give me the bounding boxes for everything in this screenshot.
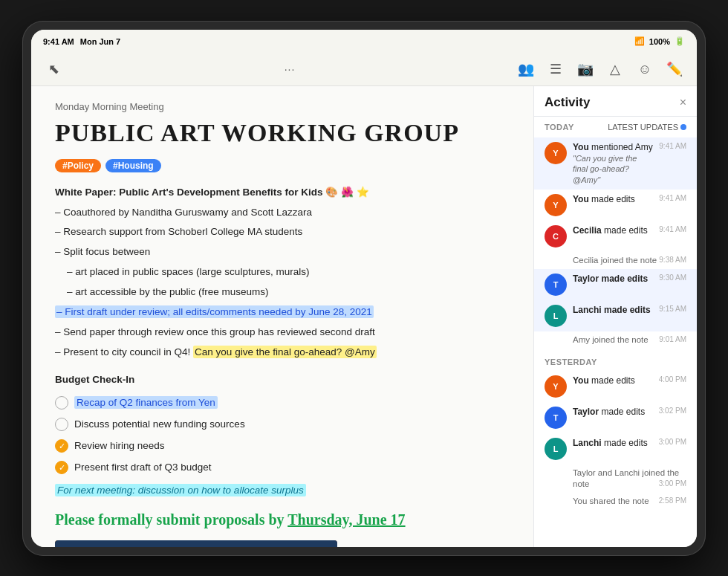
checklist-item-4: ✓ Present first draft of Q3 budget: [55, 459, 510, 476]
checklist-item-3: ✓ Review hiring needs: [55, 438, 510, 455]
close-button[interactable]: ×: [680, 96, 686, 109]
activity-item-cecilia-edits: C Cecilia made edits 9:41 AM: [534, 221, 697, 252]
activity-text-8: Lanchi made edits: [573, 438, 653, 450]
activity-item-you-yesterday: Y You made edits 4:00 PM: [534, 371, 697, 402]
mentioned-text: You mentioned Amy: [573, 142, 653, 154]
proposal-text: Please formally submit proposals by Thur…: [55, 511, 510, 528]
activity-item-mentioned: Y You mentioned Amy "Can you give the fi…: [534, 137, 697, 190]
cecilia-edits-time: 9:41 AM: [659, 225, 686, 233]
you-edits-text: You made edits: [573, 194, 653, 206]
activity-item-taylor: T Taylor made edits 9:30 AM: [534, 269, 697, 300]
tags-line: #Policy #Housing: [55, 159, 510, 172]
time: 9:41 AM: [43, 37, 74, 46]
checklist-icon[interactable]: ☰: [545, 59, 566, 80]
avatar-you-3: Y: [545, 375, 567, 398]
you-edits-yesterday-text: You made edits: [573, 375, 653, 387]
checklist-text-3: Review hiring needs: [74, 438, 165, 455]
collaborators-icon[interactable]: 👥: [516, 59, 536, 80]
first-draft: – First draft under review; all edits/co…: [55, 304, 510, 321]
lanchi-edits-yesterday-time: 3:00 PM: [659, 438, 686, 446]
battery: 100%: [649, 37, 670, 46]
avatar-taylor-2: T: [545, 407, 567, 429]
avatar-cecilia: C: [545, 225, 567, 247]
note-subtitle: Monday Morning Meeting: [55, 101, 510, 112]
toolbar-left: ⬉: [43, 59, 64, 80]
ipad-screen: 9:41 AM Mon Jun 7 📶 100% 🔋 ⬉ ··· 👥 ☰ 📷 △: [31, 30, 697, 547]
art1: – art placed in public spaces (large scu…: [55, 264, 510, 281]
checklist-item-1: Recap of Q2 finances from Yen: [55, 395, 510, 412]
lanchi-edits-yesterday-text: Lanchi made edits: [573, 438, 653, 450]
you-shared: You shared the note 2:58 PM: [534, 493, 697, 510]
wifi-icon: 📶: [634, 36, 645, 46]
yesterday-section: YESTERDAY: [534, 349, 697, 371]
activity-text-3: Cecilia made edits: [573, 225, 653, 237]
markup-icon[interactable]: △: [605, 59, 625, 80]
note-image: [55, 540, 337, 547]
blue-dot: [680, 124, 686, 130]
activity-feed[interactable]: Y You mentioned Amy "Can you give the fi…: [534, 135, 697, 547]
checklist-text-4: Present first draft of Q3 budget: [74, 459, 212, 476]
mentioned-quote: "Can you give the final go-ahead? @Amy": [573, 153, 653, 185]
tag-housing: #Housing: [105, 159, 161, 172]
note-area[interactable]: Monday Morning Meeting Public Art Workin…: [31, 86, 533, 547]
cecilia-edits-text: Cecilia made edits: [573, 225, 653, 237]
cecilia-joined: Cecilia joined the note 9:38 AM: [534, 252, 697, 269]
status-left: 9:41 AM Mon Jun 7: [43, 37, 120, 46]
activity-item-taylor-yesterday: T Taylor made edits 3:02 PM: [534, 402, 697, 433]
more-icon[interactable]: ···: [285, 63, 296, 75]
back-icon[interactable]: ⬉: [43, 59, 64, 80]
activity-text-4: Taylor made edits: [573, 274, 653, 285]
note-title: Public Art Working Group: [55, 118, 510, 147]
latest-updates-button[interactable]: LATEST UPDATES: [608, 123, 686, 132]
status-right: 📶 100% 🔋: [634, 36, 685, 46]
taylor-lanchi-time: 3:00 PM: [659, 479, 686, 488]
ipad-frame: 9:41 AM Mon Jun 7 📶 100% 🔋 ⬉ ··· 👥 ☰ 📷 △: [22, 21, 706, 556]
split: – Split focus between: [55, 244, 510, 261]
avatar-lanchi-2: L: [545, 438, 567, 460]
taylor-edits-text: Taylor made edits: [573, 274, 653, 285]
svg-rect-0: [55, 540, 337, 547]
coauthored: – Coauthored by Nanditha Guruswamy and S…: [55, 204, 510, 221]
note-content: White Paper: Public Art's Development Be…: [55, 184, 510, 499]
activity-text-5: Lanchi made edits: [573, 305, 653, 317]
checklist-text-2: Discuss potential new funding sources: [74, 416, 245, 433]
today-label: TODAY: [545, 123, 574, 132]
camera-icon[interactable]: 📷: [575, 59, 596, 80]
research: – Research support from Schoberl College…: [55, 224, 510, 241]
check-3[interactable]: ✓: [55, 439, 68, 453]
check-2[interactable]: [55, 418, 68, 431]
date: Mon Jun 7: [80, 37, 120, 46]
mural-svg: [55, 540, 337, 547]
lanchi-edits-time: 9:15 AM: [659, 305, 686, 313]
send-paper: – Send paper through review once this gr…: [55, 324, 510, 341]
check-1[interactable]: [55, 396, 68, 410]
avatar-you-1: Y: [545, 142, 567, 164]
emoji-icon[interactable]: ☺: [634, 59, 655, 80]
checklist: Recap of Q2 finances from Yen Discuss po…: [55, 395, 510, 476]
art2: – art accessible by the public (free mus…: [55, 284, 510, 301]
cecilia-joined-time: 9:38 AM: [659, 255, 686, 265]
activity-text-7: Taylor made edits: [573, 407, 653, 418]
taylor-lanchi-joined: Taylor and Lanchi joined the note 3:00 P…: [534, 465, 697, 493]
avatar-taylor-1: T: [545, 274, 567, 296]
activity-text-2: You made edits: [573, 194, 653, 206]
activity-item-lanchi-yesterday: L Lanchi made edits 3:00 PM: [534, 433, 697, 465]
activity-panel: Activity × TODAY LATEST UPDATES Y: [533, 86, 697, 547]
toolbar-right: 👥 ☰ 📷 △ ☺ ✏️: [516, 59, 685, 80]
yesterday-label: YESTERDAY: [545, 357, 597, 366]
checklist-item-2: Discuss potential new funding sources: [55, 416, 510, 433]
mentioned-time: 9:41 AM: [659, 142, 686, 150]
compose-icon[interactable]: ✏️: [664, 59, 685, 80]
avatar-lanchi-1: L: [545, 305, 567, 327]
toolbar-center: ···: [285, 63, 296, 75]
tag-policy: #Policy: [55, 159, 101, 172]
white-paper-title: White Paper: Public Art's Development Be…: [55, 184, 510, 201]
toolbar: ⬉ ··· 👥 ☰ 📷 △ ☺ ✏️: [31, 54, 697, 86]
lanchi-edits-text: Lanchi made edits: [573, 305, 653, 317]
check-4[interactable]: ✓: [55, 461, 68, 474]
present: – Present to city council in Q4! Can you…: [55, 344, 510, 361]
next-meeting: For next meeting: discussion on how to a…: [55, 482, 510, 499]
activity-item-lanchi: L Lanchi made edits 9:15 AM: [534, 300, 697, 331]
amy-joined: Amy joined the note 9:01 AM: [534, 331, 697, 349]
battery-icon: 🔋: [675, 36, 685, 46]
